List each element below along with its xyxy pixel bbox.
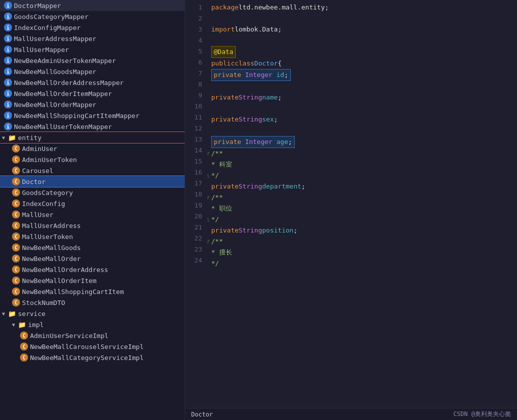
sidebar-item-newbeemallshoppingcartitemmapper[interactable]: i NewBeeMallShoppingCartItemMapper — [0, 110, 185, 121]
sidebar-item-label: GoodsCategory — [22, 189, 73, 196]
sidebar-item-newbeeadminusertokenmapper[interactable]: i NewBeeAdminUserTokenMapper — [0, 55, 185, 66]
sidebar-item-label: MallUserToken — [22, 233, 73, 240]
sidebar-item-newbeemallorderitemmapper[interactable]: i NewBeeMallOrderItemMapper — [0, 88, 185, 99]
sidebar-item-malluseraddress[interactable]: C MallUserAddress — [0, 220, 185, 231]
class-icon: C — [12, 254, 20, 262]
code-line-11: private String sex; — [207, 114, 517, 125]
folder-icon: 📁 — [8, 134, 16, 142]
sidebar-folder-impl[interactable]: ▼ 📁 impl — [0, 319, 185, 330]
type: String — [239, 92, 262, 103]
sidebar-folder-label: impl — [28, 321, 44, 328]
sidebar-item-adminuser[interactable]: C AdminUser — [0, 143, 185, 154]
code-line-3: import lombok.Data; — [207, 24, 517, 35]
type: String — [239, 181, 262, 192]
line-numbers: 12345 678910 1112131415 1617181920 21222… — [185, 0, 207, 408]
sidebar-item-indexconfigmapper[interactable]: i IndexConfigMapper — [0, 22, 185, 33]
comment: */ — [211, 258, 219, 269]
sidebar-item-newbeemалlusertokenmapper[interactable]: i NewBeeMallUserTokenMapper — [0, 121, 185, 132]
sidebar-item-label: NewBeeMallOrderItem — [22, 277, 97, 284]
sidebar-item-malluser[interactable]: C MallUser — [0, 209, 185, 220]
class-icon: C — [20, 342, 28, 350]
field-name: age — [276, 138, 288, 146]
sidebar-item-label: MallUserAddressMapper — [14, 35, 96, 42]
sidebar-item-newbeemallcategoryserviceimpl[interactable]: C NewBeeMallCategoryServiceImpl — [0, 352, 185, 363]
code-line-13: private Integer age; — [207, 136, 517, 148]
code-line-18: ▽ /** — [207, 192, 517, 203]
code-line-22: ▽ /** — [207, 236, 517, 247]
keyword: private — [211, 181, 239, 192]
class-icon: C — [12, 232, 20, 240]
sidebar-folder-service[interactable]: ▼ 📁 service — [0, 308, 185, 319]
keyword: import — [211, 24, 235, 35]
sidebar-item-newbeemallgoodsmapper[interactable]: i NewBeeMallGoodsMapper — [0, 66, 185, 77]
folder-icon: 📁 — [8, 310, 16, 318]
code-text: lombok.Data; — [235, 24, 282, 35]
sidebar-folder-label: service — [18, 310, 46, 318]
sidebar-item-newbeemallorderaddress[interactable]: C NewBeeMallOrderAddress — [0, 264, 185, 275]
sidebar-item-label: DoctorMapper — [14, 2, 61, 10]
code-text: ; — [274, 114, 278, 125]
code-content[interactable]: package ltd.newbee.mall.entity; import l… — [207, 0, 517, 408]
sidebar-item-newbeemallcarouselserviceimpl[interactable]: C NewBeeMallCarouselServiceImpl — [0, 341, 185, 352]
class-icon: C — [12, 222, 20, 230]
interface-icon: i — [4, 24, 12, 32]
folder-arrow-icon: ▼ — [2, 135, 7, 140]
fold-icon: ▽ — [207, 148, 210, 159]
sidebar-item-newbeemallgoods[interactable]: C NewBeeMallGoods — [0, 242, 185, 253]
interface-icon: i — [4, 78, 12, 86]
type: Integer — [245, 138, 277, 146]
sidebar-item-newbeemallorderitem[interactable]: C NewBeeMallOrderItem — [0, 275, 185, 286]
sidebar-item-label: NewBeeMallGoods — [22, 244, 81, 252]
code-text: ; — [293, 225, 297, 236]
sidebar-item-goodscategory[interactable]: C GoodsCategory — [0, 187, 185, 198]
interface-icon: i — [4, 90, 12, 98]
sidebar-item-label: NewBeeMallCategoryServiceImpl — [30, 354, 144, 362]
code-line-12 — [207, 125, 517, 136]
sidebar-item-stocknumdto[interactable]: C StockNumDTO — [0, 297, 185, 308]
code-text: ; — [278, 92, 282, 103]
sidebar-item-label: NewBeeMallOrderAddress — [22, 266, 108, 274]
sidebar-item-label: NewBeeMallCarouselServiceImpl — [30, 343, 144, 350]
sidebar-item-label: StockNumDTO — [22, 299, 65, 306]
code-line-16: △ */ — [207, 170, 517, 181]
class-icon: C — [20, 332, 28, 340]
sidebar-item-mallusertoken[interactable]: C MallUserToken — [0, 231, 185, 242]
interface-icon: i — [4, 34, 12, 42]
keyword: private — [211, 225, 239, 236]
sidebar-folder-entity[interactable]: ▼ 📁 entity — [0, 132, 185, 143]
sidebar-item-newbeemallorder[interactable]: C NewBeeMallOrder — [0, 253, 185, 264]
sidebar-item-mallusermapper[interactable]: i MallUserMapper — [0, 44, 185, 55]
class-icon: C — [12, 266, 20, 274]
sidebar-item-adminuserserviceimpl[interactable]: C AdminUserServiceImpl — [0, 330, 185, 341]
sidebar-item-newbeemallshoppingcartitem[interactable]: C NewBeeMallShoppingCartItem — [0, 286, 185, 297]
sidebar-item-doctor[interactable]: C Doctor — [0, 176, 185, 187]
code-text: ltd.newbee.mall.entity; — [239, 2, 329, 13]
comment: /** — [211, 148, 223, 159]
sidebar-item-adminusertoken[interactable]: C AdminUserToken — [0, 154, 185, 165]
field-name: name — [262, 92, 278, 103]
sidebar-item-label: NewBeeMallOrderItemMapper — [14, 90, 112, 98]
sidebar-item-label: Carousel — [22, 167, 54, 174]
sidebar-item-newbeemallordermapper[interactable]: i NewBeeMallOrderMapper — [0, 99, 185, 110]
field-name: position — [262, 225, 294, 236]
sidebar-item-label: AdminUserServiceImpl — [30, 332, 109, 340]
sidebar-item-doctormapper[interactable]: i DoctorMapper — [0, 0, 185, 11]
fold-icon: △ — [207, 214, 210, 225]
code-line-2 — [207, 13, 517, 24]
code-line-9: private String name; — [207, 92, 517, 103]
sidebar-item-indexconfig[interactable]: C IndexConfig — [0, 198, 185, 209]
comment: /** — [211, 236, 223, 247]
sidebar-item-malluseraddressmapper[interactable]: i MallUserAddressMapper — [0, 33, 185, 44]
keyword: private — [211, 114, 239, 125]
sidebar-item-goodscategorymapper[interactable]: i GoodsCategoryMapper — [0, 11, 185, 22]
code-line-17: private String department; — [207, 181, 517, 192]
field-name: id — [276, 71, 284, 78]
folder-arrow-icon: ▼ — [12, 322, 17, 328]
sidebar-item-label: NewBeeMallOrderMapper — [14, 101, 96, 108]
sidebar-item-label: MallUser — [22, 211, 54, 218]
folder-icon: 📁 — [18, 321, 26, 328]
sidebar-item-newbeemallorderaddressmapper[interactable]: i NewBeeMallOrderAddressMapper — [0, 77, 185, 88]
sidebar-item-label: NewBeeAdminUserTokenMapper — [14, 57, 116, 64]
sidebar-item-carousel[interactable]: C Carousel — [0, 165, 185, 176]
sidebar-item-label: IndexConfig — [22, 200, 65, 208]
